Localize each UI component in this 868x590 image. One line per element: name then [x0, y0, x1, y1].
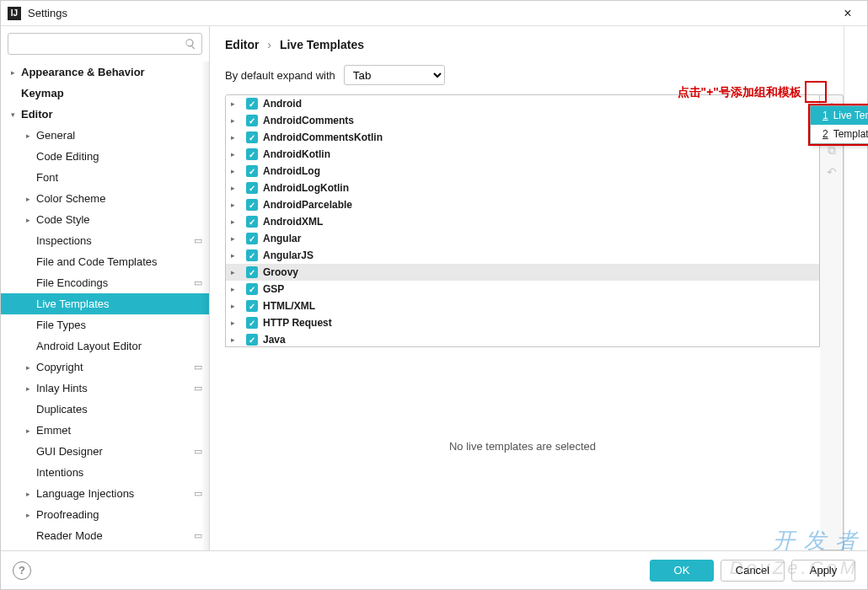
help-button[interactable]: ? — [13, 561, 31, 580]
template-group-androidxml[interactable]: ▸AndroidXML — [226, 213, 819, 230]
expand-select[interactable]: Tab — [344, 65, 445, 85]
template-list[interactable]: ▸Android▸AndroidComments▸AndroidComments… — [225, 94, 820, 347]
close-button[interactable]: × — [835, 6, 860, 21]
template-group-html-xml[interactable]: ▸HTML/XML — [226, 298, 819, 314]
gear-icon: ▭ — [194, 530, 202, 541]
chevron-icon: ▸ — [23, 426, 33, 436]
checkbox-icon[interactable] — [246, 233, 258, 244]
template-group-groovy[interactable]: ▸Groovy — [226, 264, 819, 281]
sidebar-item-file-types[interactable]: File Types — [1, 314, 209, 335]
annotation-text: 点击"+"号添加组和模板 — [678, 85, 801, 100]
template-group-angularjs[interactable]: ▸AngularJS — [226, 247, 819, 264]
chevron-icon: ▸ — [23, 215, 33, 225]
checkbox-icon[interactable] — [246, 182, 258, 194]
template-group-androidcomments[interactable]: ▸AndroidComments — [226, 112, 819, 129]
sidebar-item-code-editing[interactable]: Code Editing — [1, 146, 209, 167]
chevron-icon — [23, 320, 33, 330]
search-icon — [185, 38, 196, 50]
chevron-icon: ▸ — [23, 510, 33, 520]
template-group-androidparcelable[interactable]: ▸AndroidParcelable — [226, 196, 819, 213]
checkbox-icon[interactable] — [246, 283, 258, 295]
sidebar-item-gui-designer[interactable]: GUI Designer▭ — [1, 441, 209, 462]
sidebar-item-label: Code Editing — [36, 150, 99, 163]
template-group-angular[interactable]: ▸Angular — [226, 230, 819, 247]
sidebar-item-code-style[interactable]: ▸Code Style — [1, 209, 209, 230]
settings-tree[interactable]: ▸Appearance & BehaviorKeymap▾Editor▸Gene… — [1, 62, 209, 550]
sidebar-item-intentions[interactable]: Intentions — [1, 462, 209, 483]
sidebar-item-inlay-hints[interactable]: ▸Inlay Hints▭ — [1, 378, 209, 399]
template-group-java[interactable]: ▸Java — [226, 331, 819, 347]
checkbox-icon[interactable] — [246, 317, 258, 329]
chevron-right-icon: ▸ — [231, 268, 241, 276]
sidebar-item-label: Copyright — [36, 361, 83, 373]
sidebar-item-emmet[interactable]: ▸Emmet — [1, 420, 209, 441]
checkbox-icon[interactable] — [246, 98, 258, 110]
popup-item-live-template[interactable]: 1Live Template — [811, 106, 868, 125]
sidebar-item-font[interactable]: Font — [1, 167, 209, 188]
sidebar-item-proofreading[interactable]: ▸Proofreading — [1, 504, 209, 525]
template-name: HTML/XML — [263, 300, 315, 312]
checkbox-icon[interactable] — [246, 216, 258, 228]
chevron-right-icon: ▸ — [231, 335, 241, 344]
template-name: AndroidLog — [263, 165, 320, 177]
gear-icon: ▭ — [194, 383, 202, 394]
sidebar-item-label: File Encodings — [36, 276, 108, 289]
template-name: AndroidComments — [263, 115, 354, 126]
popup-item-label: Live Template — [833, 110, 868, 121]
chevron-right-icon: ▸ — [231, 99, 241, 108]
template-name: AngularJS — [263, 249, 313, 261]
chevron-right-icon: ▸ — [231, 302, 241, 310]
chevron-right-icon: ▸ — [231, 184, 241, 192]
search-field[interactable] — [13, 38, 185, 50]
ok-button[interactable]: OK — [650, 560, 714, 582]
template-name: HTTP Request — [263, 317, 332, 329]
main-panel: Editor › Live Templates By default expan… — [210, 26, 844, 550]
template-group-http-request[interactable]: ▸HTTP Request — [226, 314, 819, 331]
sidebar-item-duplicates[interactable]: Duplicates — [1, 399, 209, 420]
sidebar-item-language-injections[interactable]: ▸Language Injections▭ — [1, 483, 209, 504]
sidebar-item-label: Inlay Hints — [36, 382, 88, 394]
template-name: Java — [263, 334, 286, 346]
template-name: AndroidKotlin — [263, 148, 330, 160]
checkbox-icon[interactable] — [246, 266, 258, 278]
sidebar-item-color-scheme[interactable]: ▸Color Scheme — [1, 188, 209, 209]
undo-button[interactable]: ↶ — [820, 161, 843, 183]
template-group-gsp[interactable]: ▸GSP — [226, 281, 819, 298]
sidebar-item-copyright[interactable]: ▸Copyright▭ — [1, 357, 209, 378]
template-group-androidkotlin[interactable]: ▸AndroidKotlin — [226, 146, 819, 163]
sidebar-item-keymap[interactable]: Keymap — [1, 83, 209, 104]
checkbox-icon[interactable] — [246, 115, 258, 126]
sidebar-item-android-layout-editor[interactable]: Android Layout Editor — [1, 335, 209, 357]
checkbox-icon[interactable] — [246, 165, 258, 177]
template-name: Groovy — [263, 266, 298, 278]
chevron-icon: ▸ — [23, 384, 33, 394]
template-group-androidlogkotlin[interactable]: ▸AndroidLogKotlin — [226, 180, 819, 196]
sidebar-item-inspections[interactable]: Inspections▭ — [1, 230, 209, 251]
search-input[interactable] — [8, 33, 202, 55]
apply-button[interactable]: Apply — [791, 560, 855, 582]
template-toolbar: ＋ － ⧉ ↶ — [820, 94, 844, 550]
checkbox-icon[interactable] — [246, 334, 258, 346]
checkbox-icon[interactable] — [246, 249, 258, 261]
cancel-button[interactable]: Cancel — [721, 560, 785, 582]
chevron-icon — [23, 447, 33, 457]
sidebar-item-live-templates[interactable]: Live Templates — [1, 293, 209, 314]
sidebar-item-file-and-code-templates[interactable]: File and Code Templates — [1, 251, 209, 272]
sidebar-item-general[interactable]: ▸General — [1, 125, 209, 146]
chevron-icon — [23, 531, 33, 541]
checkbox-icon[interactable] — [246, 300, 258, 312]
sidebar-item-appearance-behavior[interactable]: ▸Appearance & Behavior — [1, 62, 209, 83]
sidebar-item-editor[interactable]: ▾Editor — [1, 104, 209, 125]
sidebar-item-label: Inspections — [36, 234, 92, 247]
template-group-androidcommentskotlin[interactable]: ▸AndroidCommentsKotlin — [226, 129, 819, 146]
checkbox-icon[interactable] — [246, 148, 258, 160]
popup-item-template-group-[interactable]: 2Template Group... — [811, 125, 868, 143]
popup-item-number: 2 — [822, 128, 828, 140]
checkbox-icon[interactable] — [246, 199, 258, 211]
chevron-right-icon: ▸ — [231, 150, 241, 158]
sidebar: ▸Appearance & BehaviorKeymap▾Editor▸Gene… — [1, 26, 210, 550]
checkbox-icon[interactable] — [246, 131, 258, 143]
template-group-androidlog[interactable]: ▸AndroidLog — [226, 163, 819, 180]
sidebar-item-file-encodings[interactable]: File Encodings▭ — [1, 272, 209, 293]
sidebar-item-reader-mode[interactable]: Reader Mode▭ — [1, 525, 209, 546]
